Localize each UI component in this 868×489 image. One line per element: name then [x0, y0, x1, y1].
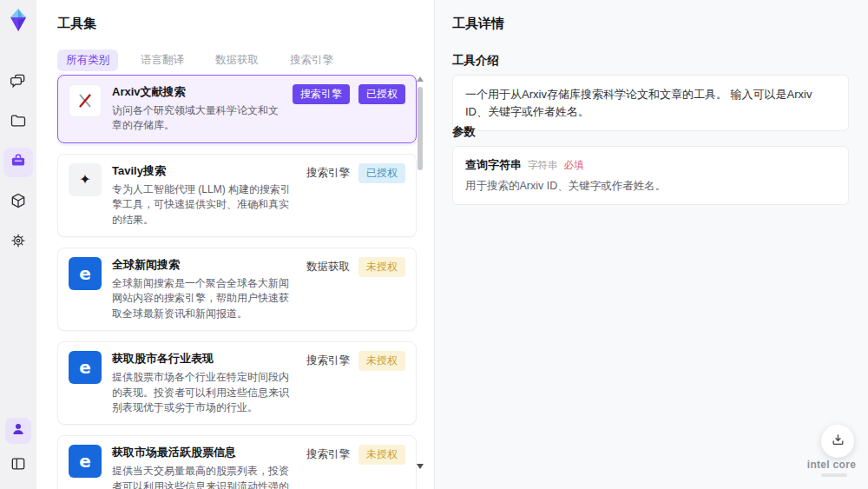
news-service-icon: e [69, 257, 102, 290]
sidebar-item-collapse[interactable] [3, 451, 33, 480]
tool-name: 获取市场最活跃股票信息 [112, 445, 296, 460]
sidebar-item-user[interactable] [5, 418, 31, 444]
page-title: 工具集 [57, 16, 96, 32]
auth-badge: 已授权 [358, 84, 405, 104]
tool-card-arxiv[interactable]: Arxiv文献搜索 访问各个研究领域大量科学论文和文章的存储库。 搜索引擎 已授… [57, 75, 417, 143]
category-label: 搜索引擎 [306, 166, 350, 181]
intro-card: 一个用于从Arxiv存储库搜索科学论文和文章的工具。 输入可以是Arxiv ID… [452, 75, 849, 131]
category-label: 搜索引擎 [306, 354, 350, 368]
tool-name: 获取股市各行业表现 [112, 351, 296, 367]
intel-core-logo: intel core [800, 459, 863, 471]
tab-all-categories[interactable]: 所有类别 [57, 50, 118, 71]
detail-title: 工具详情 [452, 16, 504, 32]
sidebar-item-tools[interactable] [3, 148, 33, 177]
tool-description: 访问各个研究领域大量科学论文和文章的存储库。 [112, 103, 282, 134]
param-name: 查询字符串 [465, 157, 522, 173]
sidebar-item-packages[interactable] [3, 188, 33, 217]
category-label: 数据获取 [306, 260, 350, 274]
chat-icon [10, 72, 27, 93]
sidebar-item-chat[interactable] [3, 68, 33, 97]
tool-card-tavily[interactable]: ✦ Tavily搜索 专为人工智能代理 (LLM) 构建的搜索引擎工具，可快速提… [57, 154, 417, 237]
cube-icon [10, 192, 27, 213]
auth-badge: 未授权 [358, 351, 405, 371]
gear-icon [10, 232, 27, 253]
panel-toggle-icon [10, 455, 27, 476]
tool-detail-panel: 工具详情 工具介绍 一个用于从Arxiv存储库搜索科学论文和文章的工具。 输入可… [434, 0, 868, 489]
tool-name: Arxiv文献搜索 [112, 84, 282, 100]
intel-core-logo-subline [821, 473, 847, 477]
tab-search-engine[interactable]: 搜索引擎 [281, 50, 342, 71]
sidebar [0, 0, 36, 489]
auth-badge: 未授权 [358, 257, 405, 277]
scrollbar-thumb[interactable] [418, 87, 423, 170]
category-label: 搜索引擎 [306, 447, 350, 462]
news-service-icon: e [69, 445, 102, 478]
scrollbar-up-arrow[interactable] [417, 76, 424, 82]
arxiv-logo-icon [69, 84, 102, 117]
sidebar-bottom [3, 418, 33, 480]
category-tabs: 所有类别 语言翻译 数据获取 搜索引擎 [57, 50, 342, 71]
tavily-star-icon: ✦ [69, 163, 102, 196]
tool-list: Arxiv文献搜索 访问各个研究领域大量科学论文和文章的存储库。 搜索引擎 已授… [57, 75, 417, 489]
param-card: 查询字符串 字符串 必填 用于搜索的Arxiv ID、关键字或作者姓名。 [452, 146, 849, 205]
sidebar-item-files[interactable] [3, 108, 33, 137]
tool-card-sector-performance[interactable]: e 获取股市各行业表现 提供股票市场各个行业在特定时间段内的表现。投资者可以利用… [57, 341, 417, 425]
tool-list-panel: 工具集 所有类别 语言翻译 数据获取 搜索引擎 Arxiv文献搜索 访问各个研究… [36, 0, 434, 489]
tool-description: 提供股票市场各个行业在特定时间段内的表现。投资者可以利用这些信息来识别表现优于或… [112, 370, 296, 415]
scrollbar-down-arrow[interactable] [417, 464, 424, 469]
user-icon [10, 421, 26, 440]
intro-section-title: 工具介绍 [452, 53, 499, 69]
param-description: 用于搜索的Arxiv ID、关键字或作者姓名。 [465, 179, 836, 194]
param-required-badge: 必填 [564, 159, 584, 172]
tool-description: 全球新闻搜索是一个聚合全球各大新闻网站内容的搜索引擎，帮助用户快速获取全球最新资… [112, 276, 296, 321]
auth-badge: 已授权 [358, 163, 405, 183]
tab-language-translation[interactable]: 语言翻译 [132, 50, 193, 71]
download-button[interactable] [821, 425, 854, 458]
tool-description: 专为人工智能代理 (LLM) 构建的搜索引擎工具，可快速提供实时、准确和真实的结… [112, 182, 296, 228]
tool-name: Tavily搜索 [112, 163, 296, 179]
sidebar-nav [3, 68, 33, 257]
auth-badge: 未授权 [358, 445, 405, 465]
toolbox-icon [10, 152, 27, 173]
tool-card-active-stocks[interactable]: e 获取市场最活跃股票信息 提供当天交易量最高的股票列表，投资者可以利用这些信息… [57, 435, 417, 489]
category-badge: 搜索引擎 [293, 84, 350, 104]
tab-data-acquisition[interactable]: 数据获取 [207, 50, 267, 71]
folder-icon [10, 112, 27, 133]
params-section-title: 参数 [452, 124, 476, 140]
news-service-icon: e [69, 351, 102, 384]
param-type: 字符串 [528, 159, 558, 172]
sidebar-item-settings[interactable] [3, 228, 33, 257]
tool-card-global-news[interactable]: e 全球新闻搜索 全球新闻搜索是一个聚合全球各大新闻网站内容的搜索引擎，帮助用户… [57, 248, 417, 331]
tool-name: 全球新闻搜索 [112, 257, 296, 273]
tool-description: 提供当天交易量最高的股票列表，投资者可以利用这些信息来识别流动性强的股票和潜在的… [112, 464, 296, 489]
download-icon [831, 433, 845, 451]
app-logo [5, 7, 31, 33]
